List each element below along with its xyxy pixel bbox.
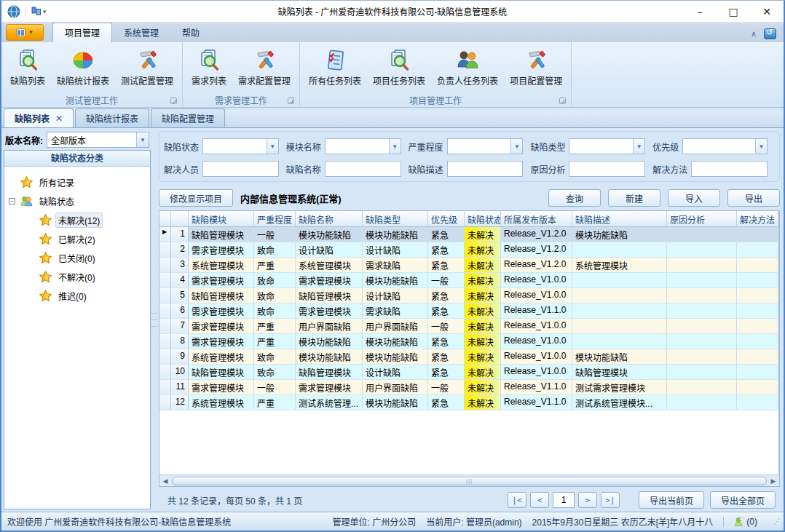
grid-header-缺陷描述[interactable]: 缺陷描述 [572, 211, 667, 226]
cell[interactable]: 设计缺陷 [363, 288, 428, 303]
cell[interactable]: 致命 [254, 365, 296, 379]
grid-header-cell[interactable] [171, 211, 189, 226]
cell[interactable]: 需求管理模块 [296, 303, 363, 318]
row-number[interactable]: 4 [171, 273, 189, 287]
grid-header-缺陷状态[interactable]: 缺陷状态 [465, 211, 501, 226]
cell[interactable]: Release_V1.2.0 [501, 227, 572, 242]
cell[interactable] [572, 319, 667, 333]
cell[interactable] [737, 258, 778, 272]
tree-item-缺陷状态[interactable]: − 缺陷状态 [4, 191, 150, 210]
cell[interactable]: 严重 [254, 395, 296, 410]
cell[interactable] [667, 242, 737, 257]
filter-module-name-select[interactable]: ▼ [325, 138, 401, 154]
cell[interactable]: 用户界面缺陷 [363, 380, 428, 394]
table-row[interactable]: 11需求管理模块一般需求管理模块用户界面缺陷一般未解决Release_V1.1.… [159, 380, 778, 395]
cell[interactable]: 未解决 [465, 258, 501, 272]
cell[interactable]: 未解决 [465, 303, 501, 318]
cell[interactable]: 未解决 [465, 395, 501, 410]
cell[interactable]: 紧急 [428, 334, 465, 349]
cell[interactable]: Release_V1.1.0 [501, 380, 572, 394]
export-current-page-button[interactable]: 导出当前页 [639, 491, 704, 509]
cell[interactable]: 致命 [254, 288, 296, 303]
cell[interactable] [737, 303, 778, 318]
tree-item-已关闭(0)[interactable]: 已关闭(0) [4, 248, 150, 267]
filter-cause-analysis-input[interactable] [569, 161, 645, 177]
cell[interactable] [737, 380, 778, 394]
ribbon-tab-help[interactable]: 帮助 [170, 23, 211, 42]
cell[interactable]: 设计缺陷 [363, 242, 428, 257]
row-number[interactable]: 6 [171, 303, 189, 318]
cell[interactable]: 紧急 [428, 365, 465, 379]
cell[interactable]: 系统管理模块 [189, 258, 254, 272]
grid-header-原因分析[interactable]: 原因分析 [667, 211, 737, 226]
cell[interactable]: 需求缺陷 [363, 303, 428, 318]
cell[interactable] [572, 288, 667, 303]
cell[interactable]: 系统管理模块 [296, 258, 363, 272]
dialog-launcher-icon[interactable] [559, 98, 566, 104]
cell[interactable]: 一般 [428, 380, 465, 394]
cell[interactable] [737, 395, 778, 410]
filter-severity-field[interactable] [448, 139, 511, 154]
scroll-left-icon[interactable]: ◀ [159, 477, 171, 485]
tree-item-未解决(12)[interactable]: 未解决(12) [4, 210, 150, 229]
sidebar-splitter[interactable]: ⋮⋮⋮ [151, 128, 157, 512]
table-row[interactable]: 5缺陷管理模块致命缺陷管理模块设计缺陷紧急未解决Release_V1.0.0 [159, 288, 778, 303]
row-indicator[interactable] [159, 319, 171, 333]
cell[interactable]: 模块功能缺陷 [572, 349, 667, 364]
cell[interactable]: Release_V1.0.0 [501, 334, 572, 349]
ribbon-button-项目任务列表[interactable]: 项目任务列表 [367, 45, 431, 88]
messages-indicator[interactable]: (0) [734, 517, 757, 527]
cell[interactable] [737, 365, 778, 379]
tree-item-已解决(2)[interactable]: 已解决(2) [4, 229, 150, 248]
cell[interactable]: 模块功能缺陷 [572, 227, 667, 242]
cell[interactable] [737, 242, 778, 257]
cell[interactable]: 致命 [254, 303, 296, 318]
cell[interactable]: 一般 [254, 227, 296, 242]
ribbon-button-所有任务列表[interactable]: 所有任务列表 [303, 45, 367, 88]
grid-header-所属发布版本[interactable]: 所属发布版本 [501, 211, 572, 226]
cell[interactable] [667, 303, 737, 318]
dialog-launcher-icon[interactable] [170, 98, 177, 104]
maximize-button[interactable]: □ [717, 1, 750, 22]
grid-header-cell[interactable] [159, 211, 171, 226]
cell[interactable]: 致命 [254, 242, 296, 257]
tree-item-所有记录[interactable]: 所有记录 [4, 172, 150, 191]
cell[interactable]: 紧急 [428, 258, 465, 272]
cell[interactable] [737, 319, 778, 333]
cell[interactable]: 一般 [428, 319, 465, 333]
ribbon-button-缺陷统计报表[interactable]: 缺陷统计报表 [51, 45, 115, 88]
close-button[interactable]: ✕ [750, 1, 784, 22]
filter-defect-name-input[interactable] [325, 161, 401, 177]
cell[interactable] [667, 380, 737, 394]
cell[interactable]: 未解决 [465, 273, 501, 287]
doc-tab-defect-config[interactable]: 缺陷配置管理 [151, 108, 225, 127]
filter-module-name-field[interactable] [326, 139, 389, 154]
filter-cause-analysis-field[interactable] [569, 162, 644, 176]
cell[interactable] [737, 273, 778, 287]
cell[interactable]: 缺陷管理模块 [189, 288, 254, 303]
scrollbar-thumb[interactable]: ||| [172, 477, 767, 485]
page-number-input[interactable] [553, 492, 575, 508]
cell[interactable]: 模块功能缺陷 [363, 334, 428, 349]
cell[interactable]: 缺陷管理模块 [189, 227, 254, 242]
cell[interactable] [572, 242, 667, 257]
cell[interactable]: 致命 [254, 273, 296, 287]
table-row[interactable]: 2需求管理模块致命设计缺陷设计缺陷紧急未解决Release_V1.2.0 [159, 242, 778, 258]
row-number[interactable]: 10 [171, 365, 189, 379]
first-page-button[interactable]: |< [508, 492, 526, 508]
cell[interactable]: 系统管理模块 [572, 258, 667, 272]
row-indicator[interactable] [159, 242, 171, 257]
last-page-button[interactable]: >| [601, 492, 620, 508]
grid-header-缺陷模块[interactable]: 缺陷模块 [189, 211, 254, 226]
filter-severity-select[interactable]: ▼ [447, 138, 524, 154]
filter-defect-desc-field[interactable] [448, 162, 523, 176]
cell[interactable]: Release_V1.2.0 [501, 258, 572, 272]
cell[interactable]: 未解决 [465, 288, 501, 303]
cell[interactable]: 未解决 [465, 334, 501, 349]
grid-header-优先级[interactable]: 优先级 [428, 211, 465, 226]
row-number[interactable]: 11 [171, 380, 189, 394]
cell[interactable]: 需求管理模块 [189, 273, 254, 287]
ribbon-button-测试配置管理[interactable]: 测试配置管理 [115, 45, 179, 88]
export-button[interactable]: 导出 [727, 189, 780, 207]
chevron-down-icon[interactable]: ▼ [389, 139, 401, 154]
